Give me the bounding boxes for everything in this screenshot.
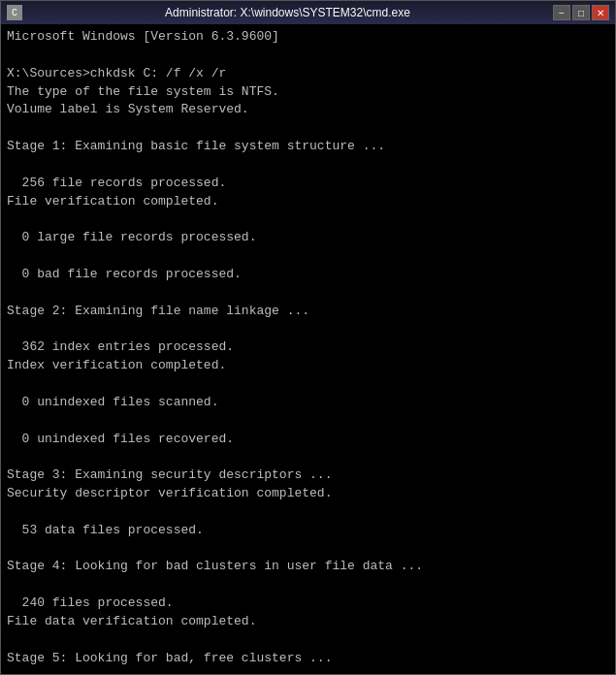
terminal-line: Stage 1: Examining basic file system str… xyxy=(7,138,609,156)
terminal-line xyxy=(7,668,609,674)
terminal-line xyxy=(7,631,609,650)
title-bar: C Administrator: X:\windows\SYSTEM32\cmd… xyxy=(1,1,615,24)
cmd-window: C Administrator: X:\windows\SYSTEM32\cmd… xyxy=(0,0,616,675)
terminal-line xyxy=(7,412,609,431)
terminal-line: 362 index entries processed. xyxy=(7,338,609,357)
terminal-line: File verification completed. xyxy=(7,193,609,211)
terminal-line: X:\Sources>chkdsk C: /f /x /r xyxy=(7,65,609,83)
minimize-button[interactable]: − xyxy=(553,5,570,20)
terminal-line: File data verification completed. xyxy=(7,613,609,631)
terminal-line xyxy=(7,448,609,466)
terminal-line: 53 data files processed. xyxy=(7,522,609,540)
terminal-line: Security descriptor verification complet… xyxy=(7,485,609,503)
title-bar-text: Administrator: X:\windows\SYSTEM32\cmd.e… xyxy=(22,6,553,19)
terminal-line: 0 bad file records processed. xyxy=(7,266,609,284)
terminal-line xyxy=(7,284,609,303)
terminal-line xyxy=(7,321,609,339)
terminal-line: Stage 2: Examining file name linkage ... xyxy=(7,303,609,321)
terminal-line xyxy=(7,375,609,394)
title-bar-buttons: − □ ✕ xyxy=(553,5,609,20)
maximize-button[interactable]: □ xyxy=(572,5,590,20)
terminal-line: Stage 4: Looking for bad clusters in use… xyxy=(7,558,609,576)
terminal-line: Microsoft Windows [Version 6.3.9600] xyxy=(7,28,609,47)
terminal-line: 0 unindexed files recovered. xyxy=(7,431,609,449)
terminal-line xyxy=(7,540,609,559)
terminal-line: Index verification completed. xyxy=(7,357,609,375)
terminal-output: Microsoft Windows [Version 6.3.9600] X:\… xyxy=(1,24,615,674)
terminal-line xyxy=(7,576,609,595)
terminal-line: 0 large file records processed. xyxy=(7,229,609,247)
terminal-line xyxy=(7,156,609,175)
terminal-line xyxy=(7,247,609,266)
terminal-line: 256 file records processed. xyxy=(7,175,609,193)
terminal-line: Stage 3: Examining security descriptors … xyxy=(7,466,609,485)
window-icon: C xyxy=(7,5,22,20)
close-button[interactable]: ✕ xyxy=(592,5,609,20)
terminal-line: Stage 5: Looking for bad, free clusters … xyxy=(7,650,609,668)
terminal-line xyxy=(7,210,609,229)
terminal-line xyxy=(7,503,609,522)
terminal-line xyxy=(7,47,609,65)
terminal-line xyxy=(7,119,609,138)
terminal-line: 240 files processed. xyxy=(7,595,609,613)
terminal-line: Volume label is System Reserved. xyxy=(7,101,609,119)
terminal-line: 0 unindexed files scanned. xyxy=(7,394,609,412)
terminal-line: The type of the file system is NTFS. xyxy=(7,83,609,102)
